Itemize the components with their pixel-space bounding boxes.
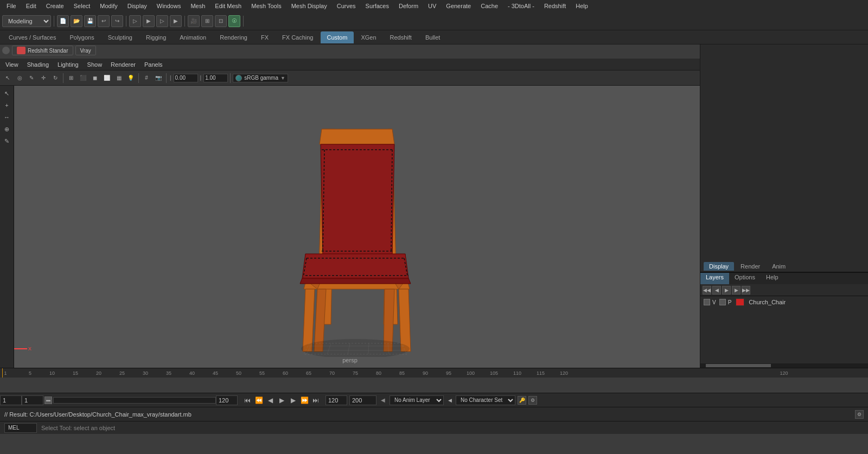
viewport-menu-show[interactable]: Show: [85, 61, 105, 68]
bounding-box-btn[interactable]: ⬜: [101, 73, 112, 84]
layer-item-church-chair[interactable]: V P Church_Chair: [700, 296, 868, 308]
menu-editmesh[interactable]: Edit Mesh: [210, 2, 246, 10]
save-scene-btn[interactable]: 💾: [84, 15, 96, 27]
arrow-left-icon[interactable]: ◀: [379, 396, 387, 405]
left-tool-3[interactable]: ↔: [2, 112, 12, 123]
move-btn[interactable]: ✛: [38, 73, 49, 84]
next-frame-btn[interactable]: ⏩: [299, 395, 310, 406]
script-mode-label[interactable]: MEL: [4, 423, 37, 433]
menu-redshift[interactable]: Redshift: [540, 2, 570, 10]
tab-render[interactable]: Render: [735, 262, 765, 271]
renderer-refresh-btn[interactable]: [2, 47, 10, 54]
layer-next-btn[interactable]: ▶▶: [742, 286, 750, 295]
viewport-menu-lighting[interactable]: Lighting: [55, 61, 81, 68]
menu-cache[interactable]: Cache: [476, 2, 502, 10]
lasso-btn[interactable]: ◎: [14, 73, 25, 84]
grid-btn[interactable]: #: [141, 73, 152, 84]
menu-curves[interactable]: Curves: [333, 2, 360, 10]
goto-start-btn[interactable]: ⏮: [242, 395, 253, 406]
end-frame-input[interactable]: [216, 395, 238, 405]
vray-tab[interactable]: Vray: [75, 46, 96, 55]
left-tool-1[interactable]: ↖: [2, 88, 12, 99]
viewport-menu-renderer[interactable]: Renderer: [108, 61, 138, 68]
camera-btn[interactable]: 📷: [153, 73, 164, 84]
layer-p-checkbox[interactable]: [719, 299, 726, 305]
layer-tab-layers[interactable]: Layers: [700, 273, 729, 284]
playhead[interactable]: [2, 368, 3, 378]
menu-modify[interactable]: Modify: [95, 2, 122, 10]
tab-polygons[interactable]: Polygons: [63, 31, 100, 43]
key-btn[interactable]: 🔑: [518, 396, 526, 405]
layer-tab-options[interactable]: Options: [729, 273, 761, 284]
time-drag-handle[interactable]: ▬: [44, 397, 52, 404]
menu-select[interactable]: Select: [69, 2, 95, 10]
next-key-btn[interactable]: ▶: [288, 395, 298, 406]
tab-fxcaching[interactable]: FX Caching: [276, 31, 320, 43]
layer-color-swatch[interactable]: [736, 298, 744, 306]
mode-dropdown[interactable]: Modeling: [2, 15, 51, 27]
select-tool-btn[interactable]: ↖: [2, 73, 13, 84]
goto-end-btn[interactable]: ⏭: [310, 395, 321, 406]
render-btn[interactable]: 🎥: [188, 15, 200, 27]
rotate-btn[interactable]: ↻: [50, 73, 61, 84]
tab-xgen[interactable]: XGen: [354, 31, 382, 43]
layer-step-prev-btn[interactable]: ◀: [712, 286, 721, 295]
tab-bullet[interactable]: Bullet: [419, 31, 447, 43]
menu-create[interactable]: Create: [42, 2, 68, 10]
wireframe-btn[interactable]: ⊞: [66, 73, 76, 84]
ipr-btn[interactable]: ⊞: [201, 15, 213, 27]
undo-btn[interactable]: ↩: [98, 15, 110, 27]
prev-frame-btn[interactable]: ⏪: [253, 395, 264, 406]
time-range-bar[interactable]: [53, 397, 216, 404]
tab-fx[interactable]: FX: [254, 31, 275, 43]
layer-prev-btn[interactable]: ◀◀: [703, 286, 711, 295]
renderview-btn[interactable]: ⦿: [228, 15, 240, 27]
play-btn[interactable]: ▶: [276, 395, 287, 406]
menu-meshdisplay[interactable]: Mesh Display: [287, 2, 331, 10]
tab-display[interactable]: Display: [704, 262, 734, 271]
select2-btn[interactable]: ▷: [156, 15, 168, 27]
smooth-shade-btn[interactable]: ⬛: [78, 73, 88, 84]
menu-mesh[interactable]: Mesh: [186, 2, 209, 10]
tab-rendering[interactable]: Rendering: [213, 31, 254, 43]
tab-sculpting[interactable]: Sculpting: [101, 31, 139, 43]
tab-redshift[interactable]: Redshift: [384, 31, 418, 43]
select-btn[interactable]: ▶: [143, 15, 155, 27]
tab-rigging[interactable]: Rigging: [139, 31, 173, 43]
select3-btn[interactable]: ▶: [170, 15, 182, 27]
menu-generate[interactable]: Generate: [442, 2, 475, 10]
tab-anim[interactable]: Anim: [767, 262, 791, 271]
frame-end-input[interactable]: [326, 395, 347, 405]
left-tool-4[interactable]: ⊕: [2, 124, 12, 135]
menu-3dtoall[interactable]: - 3DtoAll -: [503, 2, 539, 10]
flat-shade-btn[interactable]: ◼: [90, 73, 100, 84]
redshift-tab[interactable]: Redshift Standar: [12, 46, 73, 55]
texture-btn[interactable]: ▦: [113, 73, 124, 84]
left-tool-2[interactable]: +: [2, 100, 12, 111]
char-set-dropdown[interactable]: No Character Set: [456, 395, 515, 405]
layer-tab-help[interactable]: Help: [761, 273, 784, 284]
menu-deform[interactable]: Deform: [394, 2, 423, 10]
tab-curves-surfaces[interactable]: Curves / Surfaces: [2, 31, 62, 43]
paint-btn[interactable]: ✎: [26, 73, 37, 84]
select-by-hierarchy-btn[interactable]: ▷: [129, 15, 141, 27]
menu-surfaces[interactable]: Surfaces: [361, 2, 393, 10]
viewport-menu-panels[interactable]: Panels: [142, 61, 165, 68]
menu-meshtools[interactable]: Mesh Tools: [247, 2, 285, 10]
menu-display[interactable]: Display: [123, 2, 151, 10]
color-mode-dropdown[interactable]: sRGB gamma ▼: [233, 74, 288, 82]
tab-custom[interactable]: Custom: [321, 31, 354, 43]
current-frame-input[interactable]: [0, 395, 22, 405]
viewport-menu-shading[interactable]: Shading: [25, 61, 51, 68]
menu-uv[interactable]: UV: [424, 2, 441, 10]
menu-edit[interactable]: Edit: [22, 2, 41, 10]
new-scene-btn[interactable]: 📄: [57, 15, 69, 27]
layer-v-checkbox[interactable]: [704, 299, 710, 305]
layer-play-btn[interactable]: ▶: [722, 286, 731, 295]
left-tool-5[interactable]: ✎: [2, 136, 12, 146]
viewport-menu-view[interactable]: View: [3, 61, 21, 68]
menu-help[interactable]: Help: [571, 2, 592, 10]
settings-btn[interactable]: ⚙: [528, 396, 537, 405]
start-frame-input[interactable]: [22, 395, 43, 405]
viewport-3d[interactable]: X Y Z persp: [0, 86, 700, 368]
